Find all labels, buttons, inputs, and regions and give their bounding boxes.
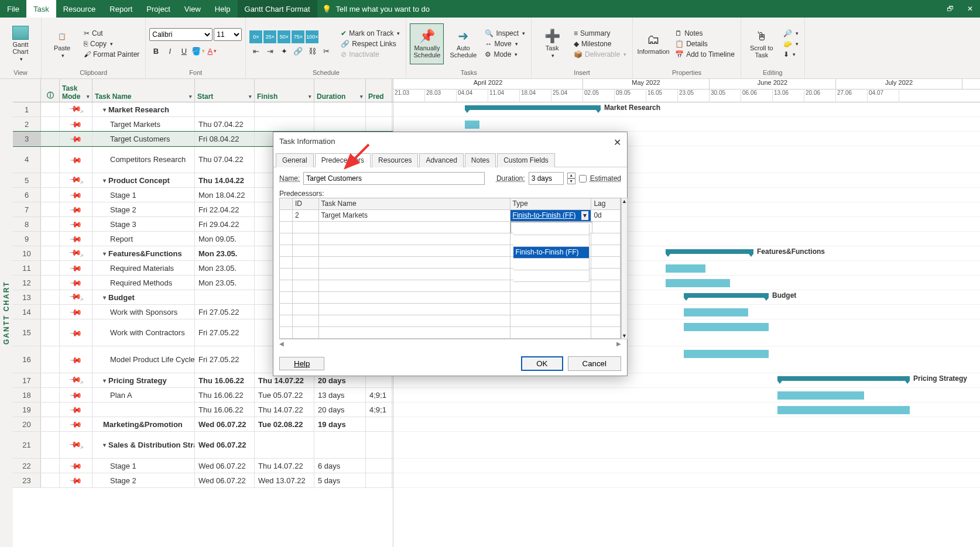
mode-cell[interactable]: 📌 — [60, 117, 92, 131]
tab-custom-fields[interactable]: Custom Fields — [497, 153, 555, 167]
add-timeline-button[interactable]: 📅Add to Timeline — [673, 50, 737, 59]
col-info[interactable]: ⓘ — [41, 79, 60, 102]
deliverable-button[interactable]: 📦Deliverable — [571, 50, 629, 59]
info-cell[interactable] — [41, 146, 60, 173]
duration-cell[interactable] — [314, 102, 366, 116]
mode-cell[interactable]: 📌 — [60, 188, 92, 202]
col-start[interactable]: Start — [195, 79, 255, 102]
task-name-cell[interactable]: Stage 1 — [92, 188, 195, 202]
pct-25-button[interactable]: 25× — [263, 30, 276, 43]
pred-cell[interactable] — [366, 432, 392, 458]
scroll-to-task-button[interactable]: 🖱 Scroll to Task — [745, 23, 779, 64]
type-option-ff[interactable]: Finish-to-Finish (FF) — [513, 247, 590, 259]
summary-bar[interactable]: Pricing Strategy — [777, 376, 910, 381]
info-cell[interactable] — [41, 246, 60, 260]
row-number[interactable]: 14 — [13, 305, 41, 319]
auto-schedule-button[interactable]: ➜ Auto Schedule — [446, 23, 480, 64]
task-name-cell[interactable]: ▾Features&Functions — [92, 246, 195, 260]
task-bar[interactable] — [684, 350, 769, 358]
tell-me-search[interactable]: 💡 Tell me what you want to do — [322, 5, 430, 13]
task-name-cell[interactable]: Work with Contractors — [92, 319, 195, 346]
italic-button[interactable]: I — [163, 44, 176, 57]
menu-file[interactable]: File — [0, 0, 26, 18]
info-cell[interactable] — [41, 188, 60, 202]
row-number[interactable]: 10 — [13, 246, 41, 260]
row-number[interactable]: 4 — [13, 146, 41, 173]
task-name-cell[interactable]: ▾Market Research — [92, 102, 195, 116]
start-cell[interactable]: Thu 16.06.22 — [195, 388, 255, 402]
info-cell[interactable] — [41, 132, 60, 146]
task-row[interactable]: 1 📌 ▾Market Research — [13, 102, 393, 117]
start-cell[interactable]: Mon 09.05. — [195, 232, 255, 246]
pred-cell[interactable]: 4;9;1 — [366, 402, 392, 417]
pred-lag-cell[interactable]: 0d — [591, 210, 621, 222]
task-bar[interactable] — [684, 323, 769, 331]
mode-cell[interactable]: 📌 — [60, 217, 92, 231]
task-name-cell[interactable]: ▾Budget — [92, 290, 195, 304]
task-name-cell[interactable]: Plan A — [92, 388, 195, 402]
pct-0-button[interactable]: 0× — [249, 30, 262, 43]
start-cell[interactable]: Fri 27.05.22 — [195, 346, 255, 373]
finish-cell[interactable] — [255, 102, 314, 116]
pred-cell[interactable] — [366, 459, 392, 473]
duration-cell[interactable]: 19 days — [314, 417, 366, 431]
task-row[interactable]: 23 📌 Stage 2 Wed 06.07.22 Wed 13.07.22 5… — [13, 473, 393, 488]
summary-bar[interactable]: Market Research — [465, 105, 601, 110]
duration-cell[interactable]: 5 days — [314, 473, 366, 487]
type-option-fs[interactable]: Finish-to-Start (FS) — [513, 223, 590, 235]
tab-predecessors[interactable]: Predecessors — [315, 153, 371, 167]
duration-cell[interactable] — [314, 117, 366, 131]
mark-on-track-button[interactable]: ✔Mark on Track — [338, 29, 402, 38]
underline-button[interactable]: U — [177, 44, 190, 57]
type-option-none[interactable]: (None) — [513, 270, 590, 282]
info-cell[interactable] — [41, 459, 60, 473]
font-size-select[interactable]: 11 — [214, 28, 242, 41]
row-number[interactable]: 15 — [13, 319, 41, 346]
duration-spinner[interactable]: ▲▼ — [567, 173, 575, 184]
font-color-button[interactable]: A — [205, 44, 218, 57]
info-cell[interactable] — [41, 202, 60, 216]
start-cell[interactable]: Fri 22.04.22 — [195, 202, 255, 216]
task-name-cell[interactable]: ▾Pricing Strategy — [92, 373, 195, 387]
info-cell[interactable] — [41, 173, 60, 187]
pred-col-id[interactable]: ID — [293, 198, 319, 210]
duration-cell[interactable]: 20 days — [314, 402, 366, 417]
finish-cell[interactable]: Wed 13.07.22 — [255, 473, 314, 487]
update-button[interactable]: ✦ — [277, 44, 290, 57]
menu-project[interactable]: Project — [139, 0, 177, 18]
row-number[interactable]: 22 — [13, 459, 41, 473]
pred-id-cell[interactable]: 2 — [293, 210, 319, 222]
clear-button[interactable]: 🧽 — [781, 39, 801, 49]
col-predecessors[interactable]: Pred — [366, 79, 392, 102]
pred-cell[interactable] — [366, 117, 392, 131]
milestone-button[interactable]: ◆Milestone — [571, 39, 629, 49]
info-cell[interactable] — [41, 276, 60, 290]
start-cell[interactable] — [195, 102, 255, 116]
menu-report[interactable]: Report — [102, 0, 139, 18]
row-number[interactable]: 21 — [13, 432, 41, 458]
start-cell[interactable]: Thu 07.04.22 — [195, 117, 255, 131]
mode-cell[interactable]: 📌 — [60, 173, 92, 187]
col-duration[interactable]: Duration — [314, 79, 366, 102]
finish-cell[interactable]: Thu 14.07.22 — [255, 402, 314, 417]
info-cell[interactable] — [41, 402, 60, 417]
start-cell[interactable]: Mon 23.05. — [195, 276, 255, 290]
find-button[interactable]: 🔎 — [781, 29, 801, 38]
pred-col-name[interactable]: Task Name — [319, 198, 510, 210]
row-number[interactable]: 13 — [13, 290, 41, 304]
mode-cell[interactable]: 📌 — [60, 276, 92, 290]
task-name-cell[interactable]: Model Product Life Cycle — [92, 346, 195, 373]
start-cell[interactable]: Mon 23.05. — [195, 261, 255, 275]
mode-cell[interactable]: 📌 — [60, 246, 92, 260]
task-bar[interactable] — [666, 264, 705, 273]
tab-notes[interactable]: Notes — [465, 153, 496, 167]
task-name-cell[interactable]: ▾Product Concept — [92, 173, 195, 187]
start-cell[interactable]: Thu 07.04.22 — [195, 146, 255, 173]
start-cell[interactable]: Mon 18.04.22 — [195, 188, 255, 202]
respect-links-button[interactable]: 🔗Respect Links — [338, 39, 402, 49]
mode-cell[interactable]: 📌 — [60, 473, 92, 487]
unlink-button[interactable]: ⛓ — [306, 44, 318, 57]
start-cell[interactable]: Fri 29.04.22 — [195, 217, 255, 231]
task-name-cell[interactable]: Required Methods — [92, 276, 195, 290]
mode-cell[interactable]: 📌 — [60, 346, 92, 373]
